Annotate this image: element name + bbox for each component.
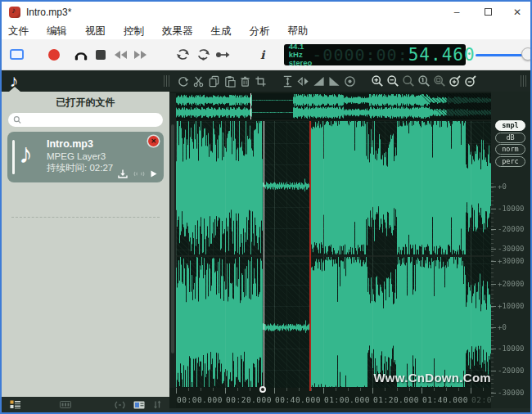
vertical-zoom-in-icon xyxy=(449,74,462,88)
menu-item-2[interactable]: 视图 xyxy=(85,25,106,38)
file-save-icon[interactable] xyxy=(118,169,128,178)
editor-area: 00:00.00000:20.00000:40.00001:00.00001:2… xyxy=(169,92,530,412)
copy-icon xyxy=(208,75,220,88)
waveform-view[interactable] xyxy=(176,121,491,388)
amplitude-label: -30000 xyxy=(498,245,525,253)
compact-view-icon[interactable] xyxy=(60,401,71,408)
sidebar-divider xyxy=(11,217,160,218)
loop-selection-button[interactable] xyxy=(193,44,213,65)
undo-icon xyxy=(177,75,189,88)
zoom-one-button[interactable] xyxy=(416,72,431,90)
normalize-button[interactable] xyxy=(342,72,358,90)
toolbar-grip-right[interactable] xyxy=(521,75,527,87)
volume-track[interactable] xyxy=(476,54,528,56)
zoom-out-icon xyxy=(386,74,399,88)
files-panel-title: 已打开的文件 xyxy=(2,92,169,110)
unit-button-norm[interactable]: norm xyxy=(495,144,525,155)
fit-vertical-button[interactable] xyxy=(280,72,295,90)
trim-icon xyxy=(255,75,267,88)
fade-out-button[interactable] xyxy=(327,72,342,90)
file-close-button[interactable]: ✕ xyxy=(148,136,159,146)
time-ruler-label: 00:40.000 xyxy=(275,395,321,404)
file-search[interactable] xyxy=(8,113,163,127)
file-play-icon[interactable] xyxy=(151,170,157,178)
zoom-out-button[interactable] xyxy=(385,72,400,90)
ocenaudio-window: Intro.mp3* – ✕ 文件编辑视图控制效果器生成分析帮助 xyxy=(0,0,532,414)
menu-item-5[interactable]: 生成 xyxy=(211,25,232,38)
sort-icon[interactable] xyxy=(153,400,161,409)
close-button[interactable]: ✕ xyxy=(511,6,524,19)
time-ruler[interactable]: 00:00.00000:20.00000:40.00001:00.00001:2… xyxy=(176,388,491,408)
unit-button-dB[interactable]: dB xyxy=(495,133,525,143)
edit-cursor-line[interactable] xyxy=(264,121,264,391)
amplitude-label: -10000 xyxy=(498,344,525,353)
vertical-scrollbar-thumb[interactable] xyxy=(171,124,174,353)
undo-button[interactable] xyxy=(175,72,191,90)
playback-cursor-line xyxy=(309,121,311,391)
loop-badge-icon[interactable] xyxy=(115,401,125,409)
stop-icon xyxy=(96,50,106,60)
fade-in-icon xyxy=(313,75,325,88)
channel-mode: stereo xyxy=(289,59,313,67)
file-item[interactable]: ♪ Intro.mp3 MPEG Layer3 持续时间: 02:27 ✕ xyxy=(7,132,164,182)
vertical-scrollbar[interactable] xyxy=(169,93,176,388)
fade-in-button[interactable] xyxy=(311,72,327,90)
file-selected-accent xyxy=(12,140,15,174)
detail-list-view-icon[interactable] xyxy=(10,400,20,409)
thumbnail-view-icon[interactable] xyxy=(133,401,145,409)
play-from-cursor-button[interactable] xyxy=(213,44,232,65)
loop-button[interactable] xyxy=(174,44,193,65)
copy-button[interactable] xyxy=(206,72,222,90)
edit-cursor-handle[interactable] xyxy=(259,386,266,393)
toolbar-grip[interactable] xyxy=(164,75,170,87)
menu-item-6[interactable]: 分析 xyxy=(250,25,270,38)
menu-item-4[interactable]: 效果器 xyxy=(162,25,193,38)
time-ruler-label: 00:00.000 xyxy=(177,395,223,404)
minimize-button[interactable]: – xyxy=(450,6,463,19)
selection-view-button[interactable] xyxy=(7,44,26,65)
amplitude-label: -10000 xyxy=(498,205,525,213)
amplitude-label: +0 xyxy=(498,323,507,331)
zoom-one-icon xyxy=(417,74,431,88)
wave-toolbar: ♪ xyxy=(2,70,530,92)
normalize-icon xyxy=(344,75,356,88)
overview-cursor[interactable] xyxy=(250,93,251,119)
search-input[interactable] xyxy=(21,115,158,126)
vertical-zoom-in-button[interactable] xyxy=(447,72,462,90)
stop-button[interactable] xyxy=(91,44,110,65)
zoom-in-button[interactable] xyxy=(369,72,385,90)
amplitude-ruler[interactable]: smpldBnormperc +0-10000-20000-30000+3000… xyxy=(491,92,530,408)
skip-forward-button[interactable] xyxy=(130,44,150,65)
skip-back-button[interactable] xyxy=(110,44,130,65)
overview-minimap[interactable] xyxy=(176,93,491,119)
unit-button-smpl[interactable]: smpl xyxy=(495,120,525,131)
menu-item-7[interactable]: 帮助 xyxy=(288,25,309,38)
reverse-icon xyxy=(297,75,309,88)
sample-rate: 44.1 kHz xyxy=(289,43,313,59)
menu-item-1[interactable]: 编辑 xyxy=(47,25,67,38)
zoom-all-button[interactable] xyxy=(431,72,447,90)
volume-slider[interactable] xyxy=(476,44,530,65)
search-icon xyxy=(13,115,21,124)
volume-knob[interactable] xyxy=(521,47,532,61)
transport-toolbar: i 44.1 kHz stereo -0000:00: 54.460 xyxy=(2,39,530,70)
maximize-button[interactable] xyxy=(481,6,494,19)
menu-item-0[interactable]: 文件 xyxy=(8,25,29,38)
loop-selection-icon xyxy=(196,48,210,61)
record-icon xyxy=(48,49,60,61)
record-button[interactable] xyxy=(44,44,64,65)
info-button[interactable]: i xyxy=(253,44,273,65)
waveform-canvas[interactable] xyxy=(176,121,491,388)
unit-button-perc[interactable]: perc xyxy=(495,156,525,167)
menu-item-3[interactable]: 控制 xyxy=(124,25,144,38)
delete-button[interactable] xyxy=(237,72,253,90)
zoom-selection-button[interactable] xyxy=(400,72,416,90)
cut-button[interactable] xyxy=(191,72,206,90)
monitor-button[interactable] xyxy=(71,44,91,65)
trim-button[interactable] xyxy=(253,72,268,90)
reverse-button[interactable] xyxy=(295,72,311,90)
paste-button[interactable] xyxy=(222,72,237,90)
overview-canvas[interactable] xyxy=(176,93,491,119)
file-note-icon: ♪ xyxy=(19,137,33,169)
vertical-zoom-out-button[interactable] xyxy=(462,72,478,90)
